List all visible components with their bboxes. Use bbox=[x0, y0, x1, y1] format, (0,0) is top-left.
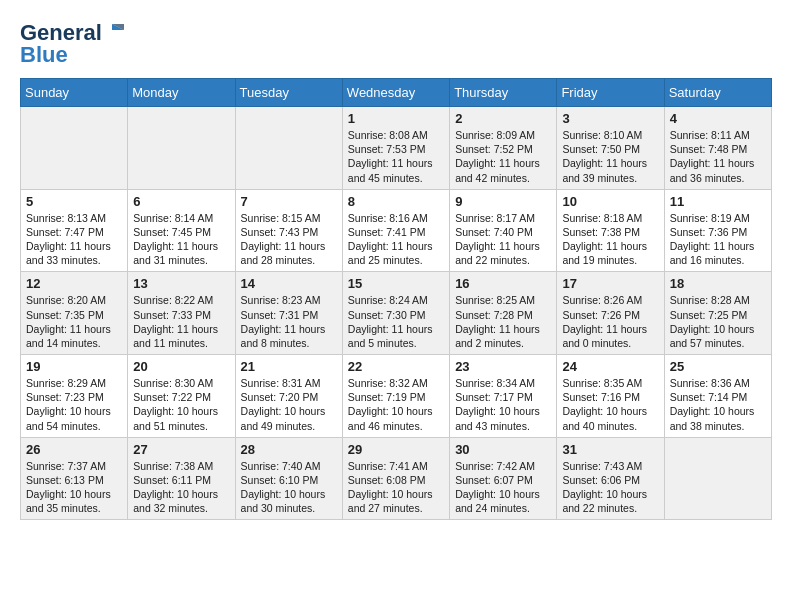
day-number: 30 bbox=[455, 442, 551, 457]
calendar-cell: 7Sunrise: 8:15 AMSunset: 7:43 PMDaylight… bbox=[235, 189, 342, 272]
calendar-week-row: 12Sunrise: 8:20 AMSunset: 7:35 PMDayligh… bbox=[21, 272, 772, 355]
cell-info: Sunrise: 8:34 AMSunset: 7:17 PMDaylight:… bbox=[455, 376, 551, 433]
calendar-cell: 20Sunrise: 8:30 AMSunset: 7:22 PMDayligh… bbox=[128, 355, 235, 438]
calendar-cell: 2Sunrise: 8:09 AMSunset: 7:52 PMDaylight… bbox=[450, 107, 557, 190]
calendar-cell: 29Sunrise: 7:41 AMSunset: 6:08 PMDayligh… bbox=[342, 437, 449, 520]
page-header: General Blue bbox=[20, 20, 772, 68]
day-number: 29 bbox=[348, 442, 444, 457]
calendar-cell: 6Sunrise: 8:14 AMSunset: 7:45 PMDaylight… bbox=[128, 189, 235, 272]
cell-info: Sunrise: 8:20 AMSunset: 7:35 PMDaylight:… bbox=[26, 293, 122, 350]
calendar-cell: 9Sunrise: 8:17 AMSunset: 7:40 PMDaylight… bbox=[450, 189, 557, 272]
day-number: 2 bbox=[455, 111, 551, 126]
day-number: 15 bbox=[348, 276, 444, 291]
cell-info: Sunrise: 8:36 AMSunset: 7:14 PMDaylight:… bbox=[670, 376, 766, 433]
calendar-cell bbox=[664, 437, 771, 520]
cell-info: Sunrise: 7:41 AMSunset: 6:08 PMDaylight:… bbox=[348, 459, 444, 516]
day-number: 12 bbox=[26, 276, 122, 291]
weekday-header-sunday: Sunday bbox=[21, 79, 128, 107]
day-number: 3 bbox=[562, 111, 658, 126]
day-number: 19 bbox=[26, 359, 122, 374]
cell-info: Sunrise: 8:32 AMSunset: 7:19 PMDaylight:… bbox=[348, 376, 444, 433]
day-number: 7 bbox=[241, 194, 337, 209]
cell-info: Sunrise: 8:26 AMSunset: 7:26 PMDaylight:… bbox=[562, 293, 658, 350]
weekday-header-friday: Friday bbox=[557, 79, 664, 107]
calendar-cell: 21Sunrise: 8:31 AMSunset: 7:20 PMDayligh… bbox=[235, 355, 342, 438]
day-number: 24 bbox=[562, 359, 658, 374]
cell-info: Sunrise: 8:18 AMSunset: 7:38 PMDaylight:… bbox=[562, 211, 658, 268]
calendar-cell: 12Sunrise: 8:20 AMSunset: 7:35 PMDayligh… bbox=[21, 272, 128, 355]
day-number: 22 bbox=[348, 359, 444, 374]
day-number: 16 bbox=[455, 276, 551, 291]
calendar-cell: 31Sunrise: 7:43 AMSunset: 6:06 PMDayligh… bbox=[557, 437, 664, 520]
cell-info: Sunrise: 8:28 AMSunset: 7:25 PMDaylight:… bbox=[670, 293, 766, 350]
day-number: 18 bbox=[670, 276, 766, 291]
calendar-cell: 28Sunrise: 7:40 AMSunset: 6:10 PMDayligh… bbox=[235, 437, 342, 520]
day-number: 31 bbox=[562, 442, 658, 457]
cell-info: Sunrise: 8:08 AMSunset: 7:53 PMDaylight:… bbox=[348, 128, 444, 185]
calendar-cell: 15Sunrise: 8:24 AMSunset: 7:30 PMDayligh… bbox=[342, 272, 449, 355]
calendar-cell: 4Sunrise: 8:11 AMSunset: 7:48 PMDaylight… bbox=[664, 107, 771, 190]
day-number: 6 bbox=[133, 194, 229, 209]
day-number: 27 bbox=[133, 442, 229, 457]
calendar-cell bbox=[21, 107, 128, 190]
calendar-cell: 17Sunrise: 8:26 AMSunset: 7:26 PMDayligh… bbox=[557, 272, 664, 355]
cell-info: Sunrise: 7:38 AMSunset: 6:11 PMDaylight:… bbox=[133, 459, 229, 516]
calendar-week-row: 1Sunrise: 8:08 AMSunset: 7:53 PMDaylight… bbox=[21, 107, 772, 190]
weekday-header-thursday: Thursday bbox=[450, 79, 557, 107]
cell-info: Sunrise: 8:31 AMSunset: 7:20 PMDaylight:… bbox=[241, 376, 337, 433]
day-number: 1 bbox=[348, 111, 444, 126]
cell-info: Sunrise: 8:22 AMSunset: 7:33 PMDaylight:… bbox=[133, 293, 229, 350]
logo-blue-text: Blue bbox=[20, 42, 68, 68]
day-number: 20 bbox=[133, 359, 229, 374]
calendar-cell: 13Sunrise: 8:22 AMSunset: 7:33 PMDayligh… bbox=[128, 272, 235, 355]
cell-info: Sunrise: 8:19 AMSunset: 7:36 PMDaylight:… bbox=[670, 211, 766, 268]
cell-info: Sunrise: 7:37 AMSunset: 6:13 PMDaylight:… bbox=[26, 459, 122, 516]
day-number: 17 bbox=[562, 276, 658, 291]
day-number: 23 bbox=[455, 359, 551, 374]
calendar-cell: 1Sunrise: 8:08 AMSunset: 7:53 PMDaylight… bbox=[342, 107, 449, 190]
day-number: 11 bbox=[670, 194, 766, 209]
cell-info: Sunrise: 8:16 AMSunset: 7:41 PMDaylight:… bbox=[348, 211, 444, 268]
calendar-cell: 25Sunrise: 8:36 AMSunset: 7:14 PMDayligh… bbox=[664, 355, 771, 438]
calendar-cell: 30Sunrise: 7:42 AMSunset: 6:07 PMDayligh… bbox=[450, 437, 557, 520]
weekday-header-tuesday: Tuesday bbox=[235, 79, 342, 107]
cell-info: Sunrise: 8:14 AMSunset: 7:45 PMDaylight:… bbox=[133, 211, 229, 268]
logo: General Blue bbox=[20, 20, 126, 68]
cell-info: Sunrise: 8:13 AMSunset: 7:47 PMDaylight:… bbox=[26, 211, 122, 268]
calendar-cell: 26Sunrise: 7:37 AMSunset: 6:13 PMDayligh… bbox=[21, 437, 128, 520]
calendar-cell: 8Sunrise: 8:16 AMSunset: 7:41 PMDaylight… bbox=[342, 189, 449, 272]
weekday-header-saturday: Saturday bbox=[664, 79, 771, 107]
cell-info: Sunrise: 8:25 AMSunset: 7:28 PMDaylight:… bbox=[455, 293, 551, 350]
day-number: 9 bbox=[455, 194, 551, 209]
calendar-cell: 19Sunrise: 8:29 AMSunset: 7:23 PMDayligh… bbox=[21, 355, 128, 438]
cell-info: Sunrise: 7:43 AMSunset: 6:06 PMDaylight:… bbox=[562, 459, 658, 516]
calendar-cell bbox=[128, 107, 235, 190]
cell-info: Sunrise: 8:35 AMSunset: 7:16 PMDaylight:… bbox=[562, 376, 658, 433]
calendar-week-row: 26Sunrise: 7:37 AMSunset: 6:13 PMDayligh… bbox=[21, 437, 772, 520]
cell-info: Sunrise: 8:15 AMSunset: 7:43 PMDaylight:… bbox=[241, 211, 337, 268]
calendar-cell: 3Sunrise: 8:10 AMSunset: 7:50 PMDaylight… bbox=[557, 107, 664, 190]
cell-info: Sunrise: 8:11 AMSunset: 7:48 PMDaylight:… bbox=[670, 128, 766, 185]
cell-info: Sunrise: 8:24 AMSunset: 7:30 PMDaylight:… bbox=[348, 293, 444, 350]
cell-info: Sunrise: 7:40 AMSunset: 6:10 PMDaylight:… bbox=[241, 459, 337, 516]
calendar-cell: 18Sunrise: 8:28 AMSunset: 7:25 PMDayligh… bbox=[664, 272, 771, 355]
calendar-header-row: SundayMondayTuesdayWednesdayThursdayFrid… bbox=[21, 79, 772, 107]
day-number: 10 bbox=[562, 194, 658, 209]
day-number: 4 bbox=[670, 111, 766, 126]
calendar-cell: 24Sunrise: 8:35 AMSunset: 7:16 PMDayligh… bbox=[557, 355, 664, 438]
calendar-cell: 22Sunrise: 8:32 AMSunset: 7:19 PMDayligh… bbox=[342, 355, 449, 438]
calendar-week-row: 5Sunrise: 8:13 AMSunset: 7:47 PMDaylight… bbox=[21, 189, 772, 272]
cell-info: Sunrise: 8:09 AMSunset: 7:52 PMDaylight:… bbox=[455, 128, 551, 185]
cell-info: Sunrise: 7:42 AMSunset: 6:07 PMDaylight:… bbox=[455, 459, 551, 516]
cell-info: Sunrise: 8:10 AMSunset: 7:50 PMDaylight:… bbox=[562, 128, 658, 185]
calendar-cell: 14Sunrise: 8:23 AMSunset: 7:31 PMDayligh… bbox=[235, 272, 342, 355]
cell-info: Sunrise: 8:17 AMSunset: 7:40 PMDaylight:… bbox=[455, 211, 551, 268]
calendar-cell: 11Sunrise: 8:19 AMSunset: 7:36 PMDayligh… bbox=[664, 189, 771, 272]
calendar-cell bbox=[235, 107, 342, 190]
calendar-table: SundayMondayTuesdayWednesdayThursdayFrid… bbox=[20, 78, 772, 520]
cell-info: Sunrise: 8:30 AMSunset: 7:22 PMDaylight:… bbox=[133, 376, 229, 433]
day-number: 28 bbox=[241, 442, 337, 457]
weekday-header-monday: Monday bbox=[128, 79, 235, 107]
day-number: 13 bbox=[133, 276, 229, 291]
calendar-cell: 23Sunrise: 8:34 AMSunset: 7:17 PMDayligh… bbox=[450, 355, 557, 438]
